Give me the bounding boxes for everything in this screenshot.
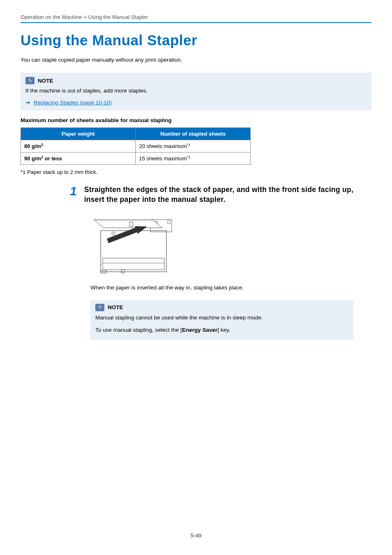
note-icon [25,77,35,84]
svg-point-12 [112,232,115,235]
note-icon [95,304,104,311]
svg-rect-0 [101,231,166,272]
step-heading: Straighten the edges of the stack of pap… [84,185,371,204]
th-paper-weight: Paper weight [21,128,136,140]
step-body: When the paper is inserted all the way i… [90,284,353,291]
table-row: 90 g/m2 or less 15 sheets maximum*1 [21,153,251,165]
arrow-icon: ➔ [25,99,30,106]
note-box-2: NOTE Manual stapling cannot be used whil… [90,300,353,340]
table-caption: Maximum number of sheets available for m… [21,117,371,123]
cell-weight-0: 80 g/m2 [21,140,136,153]
cell-weight-1: 90 g/m2 or less [21,153,136,165]
intro-text: You can staple copied paper manually wit… [21,57,371,63]
replacing-staples-link[interactable]: Replacing Staples (page 10-10) [34,99,112,106]
svg-rect-7 [168,220,170,224]
stapler-illustration [90,208,177,278]
page-title: Using the Manual Stapler [21,32,371,49]
svg-rect-1 [103,258,164,270]
page-number: 5-49 [0,532,392,539]
note2-line1: Manual stapling cannot be used while the… [95,314,348,322]
note-box-1: NOTE If the machine is out of staples, a… [21,73,371,111]
th-stapled-sheets: Number of stapled sheets [136,128,251,140]
note-body: If the machine is out of staples, add mo… [25,87,367,95]
svg-rect-4 [121,270,125,273]
table-row: 80 g/m2 20 sheets maximum*1 [21,140,251,153]
note2-line2: To use manual stapling, select the [Ener… [95,326,348,334]
svg-rect-10 [129,222,133,227]
note-label: NOTE [38,78,53,84]
svg-marker-11 [135,226,147,234]
cell-sheets-1: 15 sheets maximum*1 [136,153,251,165]
cell-sheets-0: 20 sheets maximum*1 [136,140,251,153]
breadcrumb: Operation on the Machine > Using the Man… [21,14,371,23]
note-label: NOTE [108,304,123,310]
step-number: 1 [70,185,77,197]
table-footnote: *1 Paper stack up to 2 mm thick. [21,169,371,175]
stapling-table: Paper weight Number of stapled sheets 80… [21,127,251,165]
